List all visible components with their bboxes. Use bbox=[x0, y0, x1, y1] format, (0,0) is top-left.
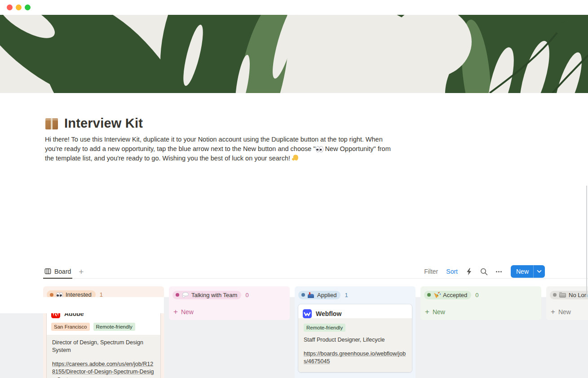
chevron-down-icon[interactable] bbox=[534, 270, 545, 273]
column-title: Talking with Team bbox=[191, 292, 237, 298]
new-button-label: New bbox=[511, 268, 533, 275]
new-button[interactable]: New bbox=[511, 265, 545, 278]
new-card-button[interactable]: + New bbox=[550, 307, 588, 316]
eyes-icon bbox=[316, 146, 323, 151]
wave-icon bbox=[292, 155, 300, 162]
new-card-label: New bbox=[558, 308, 571, 316]
new-card-label: New bbox=[433, 308, 445, 316]
plus-icon: + bbox=[551, 308, 555, 316]
board-column-accepted: Accepted 0 + New bbox=[420, 286, 541, 320]
view-bar: Board + Filter Sort New bbox=[43, 265, 588, 279]
column-header: No Lon bbox=[550, 290, 588, 300]
new-card-button[interactable]: + New bbox=[424, 307, 538, 316]
column-title: Accepted bbox=[443, 292, 467, 298]
database-toolbar: Filter Sort New bbox=[424, 265, 545, 278]
page-title: Interview Kit bbox=[64, 116, 143, 131]
party-popper-icon bbox=[433, 292, 440, 298]
column-count: 0 bbox=[475, 292, 478, 298]
thought-balloon-icon bbox=[182, 292, 189, 298]
card-webflow[interactable]: Webflow Remote-friendly Staff Product De… bbox=[298, 304, 412, 372]
column-title: No Lon bbox=[569, 292, 588, 298]
tag-remote-friendly: Remote-friendly bbox=[304, 324, 345, 332]
board-column-talking-with-team: Talking with Team 0 + New bbox=[169, 286, 290, 320]
cover-image[interactable] bbox=[0, 15, 588, 93]
card-url-link[interactable]: https://careers.adobe.com/us/en/job/R128… bbox=[52, 360, 155, 378]
column-header: Talking with Team 0 bbox=[172, 290, 286, 300]
mailbox-icon bbox=[308, 292, 314, 298]
status-dot bbox=[553, 293, 557, 297]
plus-icon: + bbox=[173, 308, 178, 316]
webflow-logo bbox=[303, 309, 312, 318]
status-dot bbox=[427, 293, 431, 297]
card-url-link[interactable]: https://boards.greenhouse.io/webflow/job… bbox=[304, 350, 407, 366]
status-dot bbox=[50, 293, 53, 297]
column-header: Applied 1 bbox=[298, 290, 412, 300]
column-status-pill[interactable]: Applied bbox=[298, 291, 340, 299]
column-count: 1 bbox=[345, 292, 348, 298]
scrollbar[interactable] bbox=[586, 186, 587, 297]
tag-remote-friendly: Remote-friendly bbox=[93, 323, 135, 331]
card-role: Director of Design, Spectrum Design Syst… bbox=[52, 339, 155, 355]
card-properties: Director of Design, Spectrum Design Syst… bbox=[47, 335, 160, 378]
add-view-button[interactable]: + bbox=[79, 267, 84, 276]
close-button[interactable] bbox=[7, 4, 13, 10]
page-description: Hi there! To use this Interview Kit, dup… bbox=[45, 135, 392, 163]
monstera-leaves-illustration bbox=[0, 15, 588, 93]
maximize-button[interactable] bbox=[25, 4, 31, 10]
board-column-no-longer: No Lon + New bbox=[546, 286, 588, 320]
package-icon[interactable] bbox=[45, 117, 58, 130]
card-title: Webflow bbox=[316, 310, 341, 317]
page-body: Interview Kit Hi there! To use this Inte… bbox=[0, 93, 588, 297]
notion-window: Interview Kit Hi there! To use this Inte… bbox=[0, 0, 588, 378]
new-card-button[interactable]: + New bbox=[172, 307, 286, 316]
card-role: Staff Product Designer, Lifecycle bbox=[304, 336, 407, 344]
lightning-icon[interactable] bbox=[466, 268, 472, 276]
window-titlebar bbox=[0, 0, 588, 15]
column-title: Applied bbox=[317, 292, 336, 298]
tab-board[interactable]: Board bbox=[43, 265, 72, 279]
plus-icon: + bbox=[425, 308, 429, 316]
status-dot bbox=[176, 293, 179, 297]
eyes-icon bbox=[56, 292, 63, 297]
sort-button[interactable]: Sort bbox=[446, 268, 458, 275]
column-status-pill[interactable]: Talking with Team bbox=[172, 291, 241, 299]
column-status-pill[interactable]: No Lon bbox=[550, 291, 588, 299]
minimize-button[interactable] bbox=[16, 4, 22, 10]
column-count: 0 bbox=[245, 292, 248, 298]
card-adobe[interactable]: Adobe San Francisco Remote-friendly Dire… bbox=[47, 304, 160, 378]
tag-san-francisco: San Francisco bbox=[51, 323, 90, 331]
page-body-extension bbox=[0, 297, 164, 313]
filter-button[interactable]: Filter bbox=[424, 268, 438, 275]
column-status-pill[interactable]: Accepted bbox=[424, 291, 471, 299]
card-properties: Remote-friendly Staff Product Designer, … bbox=[298, 318, 412, 372]
tab-board-label: Board bbox=[54, 268, 71, 275]
column-header: Accepted 0 bbox=[424, 290, 538, 300]
new-card-label: New bbox=[181, 308, 194, 316]
more-icon[interactable] bbox=[496, 271, 502, 272]
search-icon[interactable] bbox=[480, 268, 488, 276]
board-view-icon bbox=[44, 268, 51, 275]
board-column-applied: Applied 1 Webflow Remote-friendly Staff bbox=[295, 286, 416, 378]
folder-icon bbox=[559, 292, 566, 298]
status-dot bbox=[301, 293, 305, 297]
